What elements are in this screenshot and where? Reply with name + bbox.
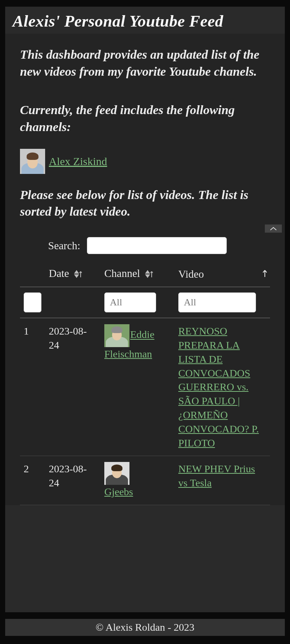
filter-cell-date (45, 287, 101, 318)
col-header-date[interactable]: Date (45, 262, 101, 287)
channel-avatar (104, 324, 129, 347)
chevron-up-icon (270, 226, 277, 231)
cell-num: 1 (20, 318, 45, 456)
col-header-video[interactable]: Video (175, 262, 270, 287)
scroll-to-top-button[interactable] (265, 225, 282, 233)
filter-input-channel[interactable] (104, 292, 156, 312)
col-header-video-label: Video (178, 268, 204, 280)
filter-cell-video (175, 287, 270, 318)
channel-link[interactable]: Gjeebs (104, 486, 133, 497)
content-area: This dashboard provides an updated list … (5, 34, 285, 505)
footer: © Alexis Roldan - 2023 (5, 619, 285, 636)
channel-list-item: Alex Ziskind (20, 149, 270, 174)
search-label: Search: (48, 240, 80, 252)
video-link[interactable]: NEW PHEV Prius vs Tesla (178, 463, 255, 489)
cell-video: NEW PHEV Prius vs Tesla (175, 456, 270, 505)
channels-heading: Currently, the feed includes the followi… (20, 102, 270, 136)
col-header-channel-label: Channel (104, 267, 140, 279)
filter-input-num[interactable] (24, 292, 41, 312)
search-row: Search: (20, 237, 270, 254)
cell-channel: Eddie Fleischman (101, 318, 175, 456)
search-input[interactable] (87, 237, 227, 254)
channel-avatar (20, 149, 45, 174)
table-header-row: Date Channel Video (20, 262, 270, 287)
sort-icon (74, 268, 84, 281)
video-table: Date Channel Video (20, 262, 270, 505)
page-title: Alexis' Personal Youtube Feed (5, 7, 285, 34)
filter-cell-num (20, 287, 45, 318)
table-filter-row (20, 287, 270, 318)
col-header-num[interactable] (20, 262, 45, 287)
footer-text: © Alexis Roldan - 2023 (95, 621, 194, 633)
intro-text: This dashboard provides an updated list … (20, 46, 270, 80)
cell-date: 2023-08-24 (45, 456, 101, 505)
cell-channel: Gjeebs (101, 456, 175, 505)
cell-video: REYNOSO PREPARA LA LISTA DE CONVOCADOS G… (175, 318, 270, 456)
cell-num: 2 (20, 456, 45, 505)
col-header-channel[interactable]: Channel (101, 262, 175, 287)
sort-up-icon (262, 268, 268, 280)
filter-cell-channel (101, 287, 175, 318)
list-heading: Please see below for list of videos. The… (20, 186, 270, 220)
channel-avatar (104, 462, 129, 485)
cell-date: 2023-08-24 (45, 318, 101, 456)
sort-icon (145, 268, 155, 281)
channel-link[interactable]: Alex Ziskind (49, 155, 107, 168)
table-row: 2 2023-08-24 Gjeebs NEW PHEV Prius vs Te… (20, 456, 270, 505)
video-link[interactable]: REYNOSO PREPARA LA LISTA DE CONVOCADOS G… (178, 325, 259, 448)
page-frame: Alexis' Personal Youtube Feed This dashb… (5, 7, 285, 612)
filter-input-video[interactable] (178, 292, 256, 312)
col-header-date-label: Date (49, 267, 69, 279)
table-row: 1 2023-08-24 Eddie Fleischman REYNOSO PR… (20, 318, 270, 456)
